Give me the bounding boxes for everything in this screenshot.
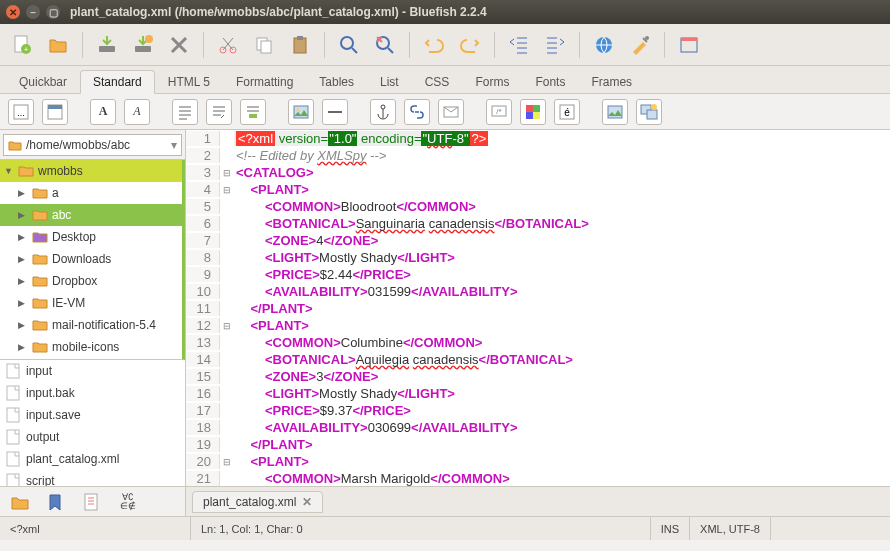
code-line[interactable]: 16 <LIGHT>Mostly Shady</LIGHT> bbox=[186, 385, 890, 402]
browser-preview-button[interactable] bbox=[590, 31, 618, 59]
copy-button[interactable] bbox=[250, 31, 278, 59]
tree-node[interactable]: ▼ wmobbs bbox=[0, 160, 182, 182]
redo-button[interactable] bbox=[456, 31, 484, 59]
expand-icon[interactable]: ▶ bbox=[18, 342, 28, 352]
toolbar-tab-list[interactable]: List bbox=[367, 70, 412, 93]
code-line[interactable]: 11 </PLANT> bbox=[186, 300, 890, 317]
save-as-button[interactable] bbox=[129, 31, 157, 59]
expand-icon[interactable]: ▼ bbox=[4, 166, 14, 176]
folder-tree[interactable]: ▼ wmobbs▶ a▶ abc▶ Desktop▶ Downloads▶ Dr… bbox=[0, 160, 185, 360]
open-file-button[interactable] bbox=[44, 31, 72, 59]
email-icon[interactable] bbox=[438, 99, 464, 125]
window-max-btn[interactable]: ▢ bbox=[46, 5, 60, 19]
tree-node[interactable]: ▶ a bbox=[0, 182, 182, 204]
fullscreen-button[interactable] bbox=[675, 31, 703, 59]
snippets-icon[interactable] bbox=[78, 488, 106, 516]
code-line[interactable]: 1 <?xml version="1.0" encoding="UTF-8"?> bbox=[186, 130, 890, 147]
toolbar-tab-forms[interactable]: Forms bbox=[462, 70, 522, 93]
status-insert-mode[interactable]: INS bbox=[650, 517, 689, 540]
file-item[interactable]: input.save bbox=[0, 404, 185, 426]
toolbar-tab-html-5[interactable]: HTML 5 bbox=[155, 70, 223, 93]
paste-button[interactable] bbox=[286, 31, 314, 59]
comment-icon[interactable]: /* bbox=[486, 99, 512, 125]
file-tab[interactable]: plant_catalog.xml ✕ bbox=[192, 491, 323, 513]
preferences-button[interactable] bbox=[626, 31, 654, 59]
italic-icon[interactable]: A bbox=[124, 99, 150, 125]
window-min-btn[interactable]: – bbox=[26, 5, 40, 19]
color-icon[interactable] bbox=[520, 99, 546, 125]
anchor-icon[interactable] bbox=[370, 99, 396, 125]
toolbar-tab-css[interactable]: CSS bbox=[412, 70, 463, 93]
code-line[interactable]: 12 ⊟ <PLANT> bbox=[186, 317, 890, 334]
expand-icon[interactable]: ▶ bbox=[18, 320, 28, 330]
tree-node[interactable]: ▶ Downloads bbox=[0, 248, 182, 270]
code-line[interactable]: 8 <LIGHT>Mostly Shady</LIGHT> bbox=[186, 249, 890, 266]
unindent-button[interactable] bbox=[505, 31, 533, 59]
new-file-button[interactable]: + bbox=[8, 31, 36, 59]
body-icon[interactable] bbox=[42, 99, 68, 125]
code-line[interactable]: 9 <PRICE>$2.44</PRICE> bbox=[186, 266, 890, 283]
close-tab-icon[interactable]: ✕ bbox=[302, 495, 312, 509]
expand-icon[interactable]: ▶ bbox=[18, 254, 28, 264]
toolbar-tab-tables[interactable]: Tables bbox=[306, 70, 367, 93]
fold-toggle[interactable]: ⊟ bbox=[220, 321, 234, 331]
thumbnail-icon[interactable] bbox=[602, 99, 628, 125]
file-item[interactable]: input.bak bbox=[0, 382, 185, 404]
toolbar-tab-formatting[interactable]: Formatting bbox=[223, 70, 306, 93]
code-line[interactable]: 17 <PRICE>$9.37</PRICE> bbox=[186, 402, 890, 419]
code-area[interactable]: 1 <?xml version="1.0" encoding="UTF-8"?>… bbox=[186, 130, 890, 486]
file-item[interactable]: output bbox=[0, 426, 185, 448]
find-replace-button[interactable] bbox=[371, 31, 399, 59]
expand-icon[interactable]: ▶ bbox=[18, 188, 28, 198]
code-line[interactable]: 19 </PLANT> bbox=[186, 436, 890, 453]
code-line[interactable]: 13 <COMMON>Columbine</COMMON> bbox=[186, 334, 890, 351]
multi-thumbnail-icon[interactable] bbox=[636, 99, 662, 125]
bookmarks-icon[interactable] bbox=[42, 488, 70, 516]
file-item[interactable]: plant_catalog.xml bbox=[0, 448, 185, 470]
toolbar-tab-quickbar[interactable]: Quickbar bbox=[6, 70, 80, 93]
quickstart-icon[interactable]: ... bbox=[8, 99, 34, 125]
tree-node[interactable]: ▶ IE-VM bbox=[0, 292, 182, 314]
code-line[interactable]: 21 <COMMON>Marsh Marigold</COMMON> bbox=[186, 470, 890, 486]
code-line[interactable]: 15 <ZONE>3</ZONE> bbox=[186, 368, 890, 385]
code-line[interactable]: 14 <BOTANICAL>Aquilegia canadensis</BOTA… bbox=[186, 351, 890, 368]
tree-node[interactable]: ▶ mail-notification-5.4 bbox=[0, 314, 182, 336]
tree-node[interactable]: ▶ abc bbox=[0, 204, 182, 226]
hr-icon[interactable] bbox=[322, 99, 348, 125]
file-list[interactable]: inputinput.bakinput.saveoutputplant_cata… bbox=[0, 360, 185, 486]
code-line[interactable]: 4 ⊟ <PLANT> bbox=[186, 181, 890, 198]
link-icon[interactable] bbox=[404, 99, 430, 125]
indent-button[interactable] bbox=[541, 31, 569, 59]
bold-icon[interactable]: A bbox=[90, 99, 116, 125]
cut-button[interactable] bbox=[214, 31, 242, 59]
window-close-btn[interactable]: ✕ bbox=[6, 5, 20, 19]
break-icon[interactable] bbox=[206, 99, 232, 125]
find-button[interactable] bbox=[335, 31, 363, 59]
code-line[interactable]: 7 <ZONE>4</ZONE> bbox=[186, 232, 890, 249]
tree-node[interactable]: ▶ Desktop bbox=[0, 226, 182, 248]
nbsp-icon[interactable] bbox=[240, 99, 266, 125]
code-line[interactable]: 18 <AVAILABILITY>030699</AVAILABILITY> bbox=[186, 419, 890, 436]
code-line[interactable]: 20 ⊟ <PLANT> bbox=[186, 453, 890, 470]
path-input[interactable]: /home/wmobbs/abc ▾ bbox=[3, 134, 182, 156]
tree-node[interactable]: ▶ Dropbox bbox=[0, 270, 182, 292]
image-insert-icon[interactable] bbox=[288, 99, 314, 125]
filebrowser-icon[interactable] bbox=[6, 488, 34, 516]
expand-icon[interactable]: ▶ bbox=[18, 276, 28, 286]
code-line[interactable]: 5 <COMMON>Bloodroot</COMMON> bbox=[186, 198, 890, 215]
fold-toggle[interactable]: ⊟ bbox=[220, 168, 234, 178]
paragraph-icon[interactable] bbox=[172, 99, 198, 125]
toolbar-tab-frames[interactable]: Frames bbox=[578, 70, 645, 93]
file-item[interactable]: input bbox=[0, 360, 185, 382]
code-line[interactable]: 3 ⊟ <CATALOG> bbox=[186, 164, 890, 181]
file-item[interactable]: script bbox=[0, 470, 185, 486]
status-encoding[interactable]: XML, UTF-8 bbox=[689, 517, 770, 540]
fold-toggle[interactable]: ⊟ bbox=[220, 457, 234, 467]
close-file-button[interactable] bbox=[165, 31, 193, 59]
chars-icon[interactable]: é bbox=[554, 99, 580, 125]
code-line[interactable]: 10 <AVAILABILITY>031599</AVAILABILITY> bbox=[186, 283, 890, 300]
expand-icon[interactable]: ▶ bbox=[18, 210, 28, 220]
charmap-icon[interactable]: ∀∁∈∉ bbox=[114, 488, 142, 516]
code-line[interactable]: 6 <BOTANICAL>Sanguinaria canadensis</BOT… bbox=[186, 215, 890, 232]
undo-button[interactable] bbox=[420, 31, 448, 59]
